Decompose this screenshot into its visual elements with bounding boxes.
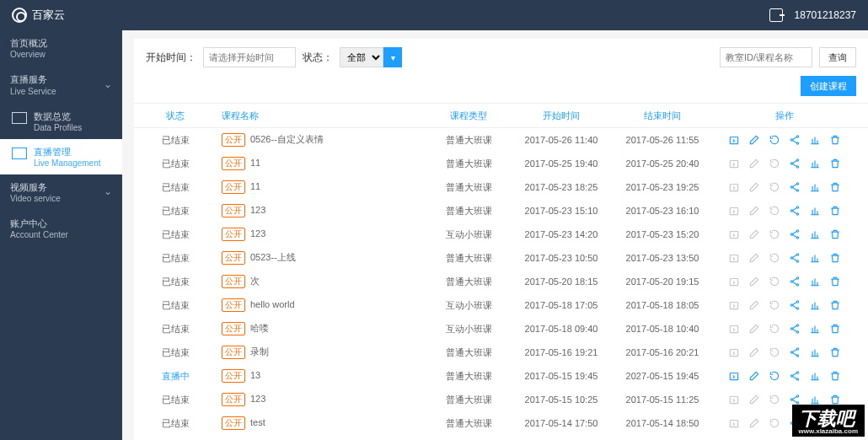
share-icon[interactable] xyxy=(789,370,801,382)
delete-icon[interactable] xyxy=(829,346,841,358)
stats-icon[interactable] xyxy=(809,276,821,287)
share-icon[interactable] xyxy=(789,158,801,169)
play-icon[interactable] xyxy=(728,417,740,429)
edit-icon[interactable] xyxy=(748,299,760,311)
sidebar-item[interactable]: 首页概况Overview xyxy=(0,30,122,67)
play-icon[interactable] xyxy=(728,299,740,311)
share-icon[interactable] xyxy=(789,299,801,311)
share-icon[interactable] xyxy=(789,228,801,240)
play-icon[interactable] xyxy=(728,158,740,169)
share-icon[interactable] xyxy=(789,205,801,217)
delete-icon[interactable] xyxy=(829,181,841,193)
share-icon[interactable] xyxy=(789,323,801,335)
play-icon[interactable] xyxy=(728,134,740,146)
edit-icon[interactable] xyxy=(748,134,760,146)
cell-status: 已结束 xyxy=(146,417,205,430)
delete-icon[interactable] xyxy=(829,252,841,264)
play-icon[interactable] xyxy=(728,205,740,217)
share-icon[interactable] xyxy=(789,276,801,287)
delete-icon[interactable] xyxy=(829,158,841,169)
sidebar-subitem[interactable]: 直播管理Live Management xyxy=(0,139,122,174)
refresh-icon[interactable] xyxy=(769,252,780,264)
stats-icon[interactable] xyxy=(809,299,821,311)
refresh-icon[interactable] xyxy=(769,417,780,429)
share-icon[interactable] xyxy=(789,181,801,193)
play-icon[interactable] xyxy=(728,252,740,264)
edit-icon[interactable] xyxy=(748,346,760,358)
sidebar-subitem[interactable]: 数据总览Data Profiles xyxy=(0,104,122,139)
refresh-icon[interactable] xyxy=(769,134,780,146)
delete-icon[interactable] xyxy=(829,134,841,146)
refresh-icon[interactable] xyxy=(769,323,780,335)
sidebar-item[interactable]: 账户中心Account Center xyxy=(0,211,122,247)
delete-icon[interactable] xyxy=(829,370,841,382)
delete-icon[interactable] xyxy=(829,323,841,335)
edit-icon[interactable] xyxy=(748,181,760,193)
stats-icon[interactable] xyxy=(809,228,821,240)
edit-icon[interactable] xyxy=(748,158,760,169)
delete-icon[interactable] xyxy=(829,276,841,287)
sidebar-item[interactable]: 直播服务Live Service⌄ xyxy=(0,67,122,103)
refresh-icon[interactable] xyxy=(769,299,780,311)
svg-point-29 xyxy=(796,301,798,303)
edit-icon[interactable] xyxy=(748,370,760,382)
status-dropdown-btn[interactable]: ▾ xyxy=(383,47,402,67)
play-icon[interactable] xyxy=(728,181,740,193)
delete-icon[interactable] xyxy=(829,394,841,405)
play-icon[interactable] xyxy=(728,228,740,240)
edit-icon[interactable] xyxy=(748,417,760,429)
search-input[interactable] xyxy=(720,47,812,67)
table-row: 已结束公开次普通大班课2017-05-20 18:152017-05-20 19… xyxy=(134,270,868,293)
delete-icon[interactable] xyxy=(829,205,841,217)
logout-icon[interactable] xyxy=(769,8,783,22)
cell-start: 2017-05-14 17:50 xyxy=(511,418,612,428)
play-icon[interactable] xyxy=(728,394,740,405)
search-button[interactable]: 查询 xyxy=(819,47,856,67)
refresh-icon[interactable] xyxy=(769,394,780,405)
stats-icon[interactable] xyxy=(809,181,821,193)
play-icon[interactable] xyxy=(728,276,740,287)
share-icon[interactable] xyxy=(789,394,801,405)
play-icon[interactable] xyxy=(728,346,740,358)
share-icon[interactable] xyxy=(789,252,801,264)
refresh-icon[interactable] xyxy=(769,276,780,287)
svg-point-18 xyxy=(790,233,792,235)
refresh-icon[interactable] xyxy=(769,370,780,382)
stats-icon[interactable] xyxy=(809,394,821,405)
stats-icon[interactable] xyxy=(809,252,821,264)
refresh-icon[interactable] xyxy=(769,205,780,217)
stats-icon[interactable] xyxy=(809,370,821,382)
cell-name: 公开test xyxy=(205,416,426,430)
cell-end: 2017-05-23 15:20 xyxy=(612,229,713,239)
edit-icon[interactable] xyxy=(748,252,760,264)
create-course-button[interactable]: 创建课程 xyxy=(801,76,856,96)
delete-icon[interactable] xyxy=(829,228,841,240)
status-select[interactable]: 全部 xyxy=(340,47,383,67)
start-time-input[interactable] xyxy=(203,47,296,67)
edit-icon[interactable] xyxy=(748,276,760,287)
refresh-icon[interactable] xyxy=(769,181,780,193)
edit-icon[interactable] xyxy=(748,394,760,405)
stats-icon[interactable] xyxy=(809,323,821,335)
table-row: 直播中公开13普通大班课2017-05-15 19:452027-05-15 1… xyxy=(134,364,868,388)
stats-icon[interactable] xyxy=(809,134,821,146)
sidebar-item[interactable]: 视频服务Video service⌄ xyxy=(0,174,122,211)
refresh-icon[interactable] xyxy=(769,228,780,240)
delete-icon[interactable] xyxy=(829,299,841,311)
table-row: 已结束公开123普通大班课2017-05-23 15:102017-05-23 … xyxy=(134,199,868,223)
play-icon[interactable] xyxy=(728,370,740,382)
share-icon[interactable] xyxy=(789,134,801,146)
edit-icon[interactable] xyxy=(748,228,760,240)
share-icon[interactable] xyxy=(789,346,801,358)
stats-icon[interactable] xyxy=(809,346,821,358)
stats-icon[interactable] xyxy=(809,205,821,217)
edit-icon[interactable] xyxy=(748,323,760,335)
cell-type: 互动小班课 xyxy=(426,323,511,335)
refresh-icon[interactable] xyxy=(769,158,780,169)
filter-status-label: 状态： xyxy=(303,51,333,65)
refresh-icon[interactable] xyxy=(769,346,780,358)
cell-name: 公开哈喽 xyxy=(205,322,426,335)
stats-icon[interactable] xyxy=(809,158,821,169)
play-icon[interactable] xyxy=(728,323,740,335)
edit-icon[interactable] xyxy=(748,205,760,217)
